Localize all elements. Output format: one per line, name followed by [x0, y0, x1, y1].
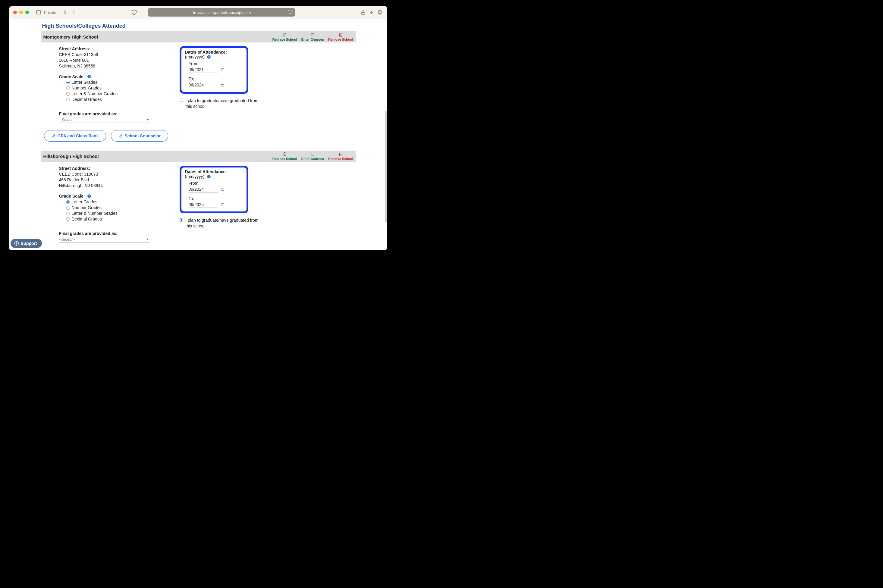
minimize-window-icon[interactable]: [19, 10, 23, 14]
to-label: To:: [189, 76, 243, 81]
list-icon: [311, 33, 315, 37]
grade-scale-option[interactable]: Letter Grades: [66, 80, 174, 85]
help-icon[interactable]: ?: [207, 174, 211, 180]
grade-scale-option[interactable]: Decimal Grades: [66, 97, 174, 102]
svg-text:?: ?: [89, 195, 90, 198]
radio-icon: [66, 206, 70, 210]
refresh-icon: [282, 33, 287, 37]
dates-format: (mm/yyyy): [185, 54, 205, 59]
calendar-icon[interactable]: [221, 187, 225, 192]
chevron-down-icon: ▼: [146, 118, 149, 122]
svg-rect-18: [222, 69, 224, 71]
school-counselor-button[interactable]: School Counselor: [111, 130, 168, 142]
dates-title: Dates of Attendance:: [185, 169, 227, 174]
edit-icon: [119, 134, 123, 138]
new-tab-icon[interactable]: [369, 9, 375, 15]
grade-scale-label: Grade Scale:: [59, 194, 85, 198]
replace-school-button[interactable]: Replace School: [272, 152, 297, 160]
close-window-icon[interactable]: [13, 10, 17, 14]
radio-icon: [66, 212, 70, 215]
grade-scale-option[interactable]: Letter Grades: [66, 199, 174, 205]
ceeb-code: CEEB Code: 311359: [59, 52, 174, 57]
svg-point-37: [16, 244, 17, 244]
trash-icon: [338, 152, 343, 156]
maximize-window-icon[interactable]: [25, 10, 29, 14]
svg-rect-20: [222, 84, 224, 87]
lock-icon: [192, 10, 196, 14]
share-icon[interactable]: [360, 9, 366, 15]
remove-school-button[interactable]: Remove School: [328, 152, 353, 160]
svg-rect-34: [222, 204, 224, 206]
svg-text:?: ?: [208, 56, 210, 58]
enter-courses-button[interactable]: Enter Courses: [301, 33, 324, 41]
svg-rect-0: [36, 10, 41, 14]
grade-scale-option[interactable]: Number Grades: [66, 205, 174, 210]
radio-icon: [180, 99, 183, 102]
from-date-input[interactable]: 09/2024: [189, 186, 218, 192]
svg-text:?: ?: [208, 176, 210, 178]
calendar-icon[interactable]: [221, 202, 225, 207]
address-bar[interactable]: srar.selfreportedtranscript.com: [148, 8, 295, 16]
trash-icon: [338, 33, 343, 37]
dates-of-attendance-box: Dates of Attendance: (mm/yyyy) ? From: 0…: [180, 46, 248, 94]
gpa-class-rank-button[interactable]: GPA and Class Rank: [44, 130, 107, 142]
street: 466 Raider Blvd: [59, 177, 174, 183]
to-date-input[interactable]: 06/2024: [189, 82, 218, 88]
grade-scale-label: Grade Scale:: [59, 74, 85, 79]
ceeb-code: CEEB Code: 310073: [59, 171, 174, 177]
grade-scale-option[interactable]: Letter & Number Grades: [66, 91, 174, 97]
tabs-overview-icon[interactable]: [377, 9, 383, 15]
reload-icon[interactable]: [288, 9, 293, 15]
help-icon[interactable]: ?: [207, 55, 211, 60]
help-icon[interactable]: ?: [87, 194, 91, 199]
calendar-icon[interactable]: [221, 68, 225, 72]
final-grades-select[interactable]: --Select-- ▼: [59, 236, 149, 243]
city-state: Hillsborough, NJ 08844: [59, 183, 174, 189]
dates-title: Dates of Attendance:: [185, 50, 227, 54]
svg-rect-7: [378, 10, 381, 14]
scrollbar[interactable]: [385, 111, 387, 222]
school-block: Hillsborough High School Replace School …: [41, 151, 356, 250]
grade-scale-option[interactable]: Letter & Number Grades: [66, 210, 174, 216]
school-header: Montgomery High School Replace School En…: [41, 31, 356, 42]
chevron-down-icon: ▼: [146, 238, 149, 241]
graduation-toggle[interactable]: I plan to graduate/have graduated from t…: [180, 218, 291, 229]
graduation-toggle[interactable]: I plan to graduate/have graduated from t…: [180, 98, 291, 110]
final-grades-select[interactable]: --Select-- ▼: [59, 116, 149, 123]
svg-point-26: [311, 154, 311, 154]
address-bar-text: srar.selfreportedtranscript.com: [198, 10, 251, 15]
to-date-input[interactable]: 06/2025: [189, 201, 218, 208]
school-counselor-button[interactable]: School Counselor: [111, 250, 168, 250]
radio-icon: [66, 98, 70, 101]
final-grades-label: Final grades are provided as:: [59, 231, 174, 236]
nav-back-icon[interactable]: [62, 9, 69, 16]
dates-format: (mm/yyyy): [185, 174, 205, 179]
street: 1016 Route 601: [59, 57, 174, 63]
refresh-icon: [282, 152, 287, 156]
svg-point-13: [311, 36, 311, 36]
edit-icon: [51, 134, 56, 138]
grade-scale-option[interactable]: Decimal Grades: [66, 216, 174, 222]
grade-scale-option[interactable]: Number Grades: [66, 85, 174, 91]
support-button[interactable]: Support: [11, 239, 42, 248]
nav-forward-icon[interactable]: [70, 9, 77, 16]
school-name: Montgomery High School: [44, 34, 98, 39]
radio-icon: [66, 87, 70, 90]
list-icon: [311, 152, 315, 156]
remove-school-button[interactable]: Remove School: [328, 33, 353, 41]
gpa-class-rank-button[interactable]: GPA and Class Rank: [44, 250, 107, 250]
enter-courses-button[interactable]: Enter Courses: [301, 152, 324, 160]
replace-school-button[interactable]: Replace School: [272, 33, 297, 41]
from-date-input[interactable]: 09/2021: [189, 67, 218, 73]
calendar-icon[interactable]: [221, 83, 225, 88]
school-name: Hillsborough High School: [44, 154, 99, 159]
private-label: Private: [44, 10, 56, 15]
help-icon[interactable]: ?: [87, 74, 91, 80]
privacy-shield-icon[interactable]: [131, 9, 137, 16]
graduation-text: I plan to graduate/have graduated from t…: [186, 218, 261, 229]
radio-icon: [66, 217, 70, 221]
final-grades-label: Final grades are provided as:: [59, 111, 174, 116]
sidebar-icon[interactable]: [36, 9, 42, 15]
school-header: Hillsborough High School Replace School …: [41, 151, 356, 162]
help-circle-icon: [14, 241, 19, 246]
